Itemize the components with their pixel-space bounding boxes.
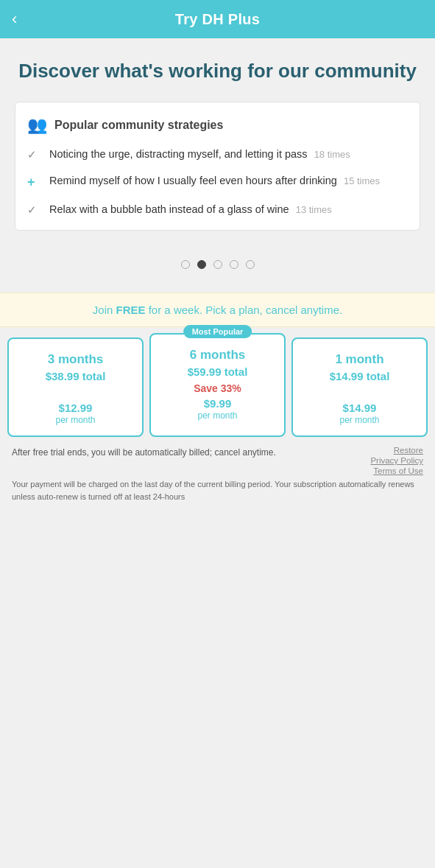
dot-3[interactable] — [213, 260, 222, 269]
dot-2[interactable] — [197, 260, 206, 269]
plan-3months-total: $38.99 total — [46, 370, 106, 382]
hero-text: Discover what's working for our communit… — [15, 59, 420, 84]
strategy-count-1: 18 times — [314, 149, 350, 160]
plan-6months-save: Save 33% — [194, 382, 241, 394]
main-content: Discover what's working for our communit… — [0, 38, 435, 293]
dot-1[interactable] — [181, 260, 190, 269]
plan-3months[interactable]: 3 months $38.99 total $12.99 per month — [7, 337, 144, 437]
strategy-item-1: ✓ Noticing the urge, distracting myself,… — [27, 147, 408, 161]
plan-1month[interactable]: 1 month $14.99 total $14.99 per month — [291, 337, 428, 437]
strategy-text-3: Relax with a bubble bath instead of a gl… — [49, 202, 332, 217]
billing-text: After free trial ends, you will be autom… — [12, 446, 364, 459]
plan-1month-monthly: $14.99 — [343, 402, 377, 415]
strategy-count-3: 13 times — [296, 204, 332, 215]
feature-card-header: 👥 Popular community strategies — [27, 116, 408, 135]
free-text: FREE — [116, 304, 146, 316]
plan-1month-total: $14.99 total — [330, 370, 390, 382]
plan-6months-permonth: per month — [197, 410, 237, 421]
plan-6months-monthly: $9.99 — [204, 397, 232, 410]
join-banner: Join FREE for a week. Pick a plan, cance… — [0, 293, 435, 327]
fine-print: Your payment will be charged on the last… — [12, 478, 423, 503]
terms-link[interactable]: Terms of Use — [373, 466, 423, 475]
strategy-text-1: Noticing the urge, distracting myself, a… — [49, 147, 350, 161]
popular-badge: Most Popular — [183, 325, 252, 338]
feature-card: 👥 Popular community strategies ✓ Noticin… — [15, 102, 420, 231]
plan-3months-permonth: per month — [55, 415, 95, 425]
dot-5[interactable] — [246, 260, 255, 269]
header-title: Try DH Plus — [175, 11, 261, 28]
people-icon: 👥 — [27, 116, 47, 135]
plus-icon-1: + — [27, 175, 42, 190]
strategy-text-2: Remind myself of how I usually feel even… — [49, 173, 380, 188]
plan-6months-total: $59.99 total — [188, 365, 248, 378]
plan-1month-duration: 1 month — [335, 352, 383, 367]
plan-6months[interactable]: Most Popular 6 months $59.99 total Save … — [149, 333, 286, 437]
footer-links: Restore Privacy Policy Terms of Use — [370, 446, 423, 475]
plan-1month-permonth: per month — [339, 415, 379, 425]
footer-section: After free trial ends, you will be autom… — [0, 437, 435, 508]
privacy-link[interactable]: Privacy Policy — [370, 456, 423, 465]
plan-3months-duration: 3 months — [48, 352, 104, 367]
plan-6months-duration: 6 months — [190, 348, 246, 363]
header: ‹ Try DH Plus — [0, 0, 435, 38]
strategy-item-2: + Remind myself of how I usually feel ev… — [27, 173, 408, 190]
strategy-count-2: 15 times — [344, 175, 380, 186]
dot-4[interactable] — [230, 260, 238, 269]
plan-3months-monthly: $12.99 — [59, 402, 93, 415]
restore-link[interactable]: Restore — [394, 446, 423, 455]
pricing-section: 3 months $38.99 total $12.99 per month M… — [0, 327, 435, 437]
check-icon-1: ✓ — [27, 148, 42, 161]
strategy-item-3: ✓ Relax with a bubble bath instead of a … — [27, 202, 408, 217]
feature-card-title: Popular community strategies — [54, 119, 223, 132]
back-button[interactable]: ‹ — [12, 10, 17, 29]
pricing-cards: 3 months $38.99 total $12.99 per month M… — [7, 337, 428, 437]
check-icon-2: ✓ — [27, 203, 42, 217]
page-dots — [15, 245, 420, 281]
